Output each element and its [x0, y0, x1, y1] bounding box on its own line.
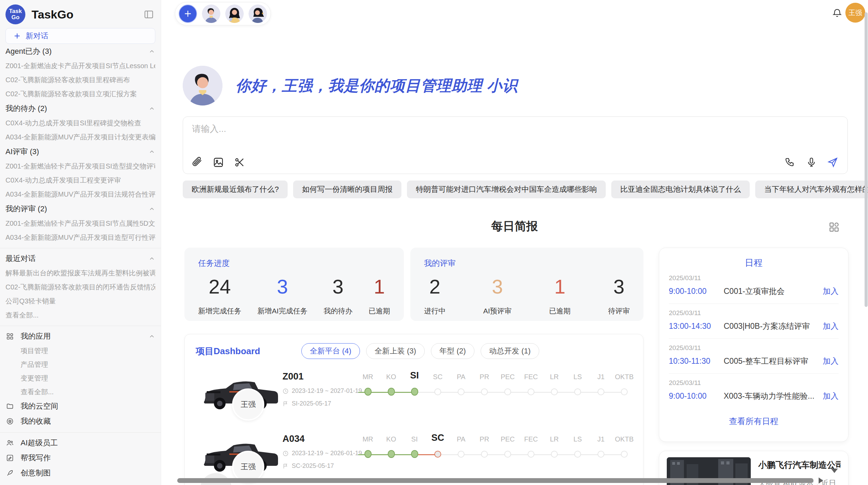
microphone-icon[interactable] — [806, 157, 817, 168]
scroll-down-indicator-icon[interactable] — [831, 469, 838, 473]
vertical-scrollbar[interactable] — [865, 12, 868, 307]
assistant-avatar-3[interactable] — [249, 4, 267, 23]
add-assistant-button[interactable] — [179, 4, 197, 23]
my-apps-header[interactable]: 我的应用 — [5, 329, 155, 344]
section-header[interactable]: Agent已办 (3) — [5, 44, 155, 59]
filter-chip[interactable]: 动总开发 (1) — [481, 343, 539, 359]
project-row[interactable]: 王强 A034 2023-12-19 ~ 2026-01-19 SC-2025-… — [185, 426, 643, 484]
section-header[interactable]: 我的待办 (2) — [5, 101, 155, 116]
phone-call-icon[interactable] — [784, 157, 796, 168]
notification-bell-icon[interactable] — [830, 6, 844, 20]
recent-chat-item[interactable]: 解释最新出台的欧盟报废车法规再生塑料比例被调至15%... — [5, 266, 155, 280]
sidebar-collapse-icon[interactable] — [142, 8, 155, 21]
recent-header[interactable]: 最近对话 — [5, 251, 155, 266]
stat-value: 2 — [424, 275, 446, 299]
suggestion-chip[interactable]: 如何写一份清晰的项目周报 — [293, 181, 401, 198]
project-code: Z001 — [282, 371, 351, 382]
app-submenu-item[interactable]: 变更管理 — [5, 371, 155, 385]
ai-super-staff-item[interactable]: AI超级员工 — [5, 435, 155, 450]
app-logo: Task Go — [5, 4, 25, 24]
suggestion-chip[interactable]: 欧洲新规最近颁布了什么? — [183, 181, 288, 198]
milestone-label: SC — [431, 431, 444, 443]
composer-left-tools — [191, 157, 245, 168]
help-write-label: 帮我写作 — [21, 453, 155, 463]
suggestion-chip[interactable]: 比亚迪全固态电池计划具体说了什么 — [611, 181, 750, 198]
milestone-label: J1 — [597, 369, 604, 381]
flag-label: SI-2025-05-17 — [292, 400, 331, 407]
apps-grid-icon — [5, 333, 14, 340]
sidebar-item[interactable]: C02-飞腾新能源轻客改款项目里程碑画布 — [5, 73, 155, 87]
project-flag: SI-2025-05-17 — [282, 400, 351, 407]
schedule-item: 2025/03/11 13:00-14:30 C003|H0B-方案冻结评审 加… — [669, 304, 839, 339]
news-title: 小鹏飞行汽车制造公司增资 — [758, 459, 841, 471]
horizontal-scrollbar[interactable] — [177, 478, 813, 483]
sidebar-item[interactable]: A034-全新新能源MUV产品开发项目法规符合性评审 — [5, 187, 155, 201]
join-link[interactable]: 加入 — [823, 321, 839, 332]
chevron-up-icon[interactable] — [148, 48, 155, 55]
chevron-up-icon[interactable] — [148, 148, 155, 155]
layout-grid-icon[interactable] — [828, 221, 840, 233]
join-link[interactable]: 加入 — [823, 356, 839, 366]
chat-input[interactable] — [192, 124, 672, 134]
sidebar-item[interactable]: Z001-全新燃油轻卡产品开发项目SI节点属性5D文件评审 — [5, 216, 155, 231]
recent-chat-item[interactable]: C02-飞腾新能源轻客改款项目的闭环通告反馈情况 — [5, 280, 155, 294]
scroll-right-arrow-icon[interactable] — [819, 477, 823, 484]
milestone-label: J1 — [597, 431, 604, 443]
filter-chip[interactable]: 年型 (2) — [431, 343, 474, 359]
favorites-item[interactable]: 我的收藏 — [5, 414, 155, 429]
section-header[interactable]: AI评审 (3) — [5, 144, 155, 159]
sidebar-item[interactable]: C0X4-动力总成开发项目SI里程碑提交物检查 — [5, 116, 155, 130]
chevron-up-icon[interactable] — [148, 333, 155, 340]
stat-value: 3 — [257, 275, 308, 299]
send-icon[interactable] — [827, 157, 839, 168]
section-header[interactable]: 我的评审 (2) — [5, 201, 155, 216]
milestone-dot — [598, 388, 604, 395]
suggestion-chip[interactable]: 特朗普可能对进口汽车增税会对中国车企造成哪些影响 — [407, 181, 606, 198]
join-link[interactable]: 加入 — [823, 286, 839, 297]
sidebar-item[interactable]: A034-全新新能源MUV产品开发项目造型可行性评审 — [5, 231, 155, 245]
milestone-dot — [388, 388, 395, 396]
sidebar-item[interactable]: A034-全新新能源MUV产品开发项目计划变更表编写 — [5, 130, 155, 144]
owner-name: 王强 — [241, 399, 256, 410]
recent-view-all[interactable]: 查看全部... — [5, 308, 155, 322]
assistant-avatar-2[interactable] — [225, 4, 244, 23]
image-icon[interactable] — [213, 157, 224, 168]
milestone-dot — [504, 451, 511, 458]
scissors-icon[interactable] — [234, 157, 245, 168]
filter-chip[interactable]: 全新平台 (4) — [301, 343, 360, 359]
sidebar-item[interactable]: Z001-全新燃油皮卡产品开发项目SI节点Lesson Learn报告 — [5, 59, 155, 73]
milestone-label: SI — [410, 369, 419, 381]
new-chat-button[interactable]: 新对话 — [5, 28, 155, 44]
chevron-up-icon[interactable] — [148, 105, 155, 112]
app-submenu-item[interactable]: 项目管理 — [5, 344, 155, 358]
chevron-up-icon[interactable] — [148, 255, 155, 262]
sidebar-item[interactable]: C0X4-动力总成开发项目工程变更评审 — [5, 173, 155, 187]
assistant-avatar-1[interactable] — [202, 4, 220, 23]
creative-draw-item[interactable]: 创意制图 — [5, 465, 155, 481]
sidebar-sections: Agent已办 (3) Z001-全新燃油皮卡产品开发项目SI节点Lesson … — [5, 44, 155, 245]
schedule-name: C001-立项审批会 — [724, 286, 819, 297]
milestone-dot — [481, 388, 488, 395]
composer-right-tools — [784, 157, 839, 168]
recent-chat-item[interactable]: 公司Q3轻卡销量 — [5, 294, 155, 308]
user-avatar[interactable]: 王强 — [845, 3, 865, 23]
attachment-icon[interactable] — [191, 157, 203, 168]
cloud-space-item[interactable]: 我的云空间 — [5, 399, 155, 414]
project-row[interactable]: 王强 Z001 2023-12-19 ~ 2027-01-19 SI-2025-… — [185, 364, 643, 421]
filter-chip[interactable]: 全新上装 (3) — [366, 343, 425, 359]
chevron-up-icon[interactable] — [148, 206, 155, 212]
join-link[interactable]: 加入 — [823, 391, 839, 401]
view-all-schedule-link[interactable]: 查看所有日程 — [669, 416, 839, 427]
milestone-dot — [551, 451, 558, 458]
favorites-label: 我的收藏 — [21, 416, 155, 426]
sidebar-item[interactable]: Z001-全新燃油轻卡产品开发项目SI造型提交物评审 — [5, 159, 155, 173]
stat-label: 已逾期 — [549, 306, 571, 316]
app-submenu-item[interactable]: 查看全部... — [5, 385, 155, 399]
schedule-name: C005-整车工程目标评审 — [724, 356, 819, 366]
suggestion-chip[interactable]: 当下年轻人对汽车外观有怎样的喜好趋势 — [755, 181, 868, 198]
sidebar-item[interactable]: C02-飞腾新能源轻客改款项目立项汇报方案 — [5, 87, 155, 101]
milestone-label: KO — [386, 369, 396, 381]
help-write-item[interactable]: 帮我写作 — [5, 450, 155, 465]
stat-item: 3 我的待办 — [324, 275, 352, 316]
app-submenu-item[interactable]: 产品管理 — [5, 358, 155, 371]
